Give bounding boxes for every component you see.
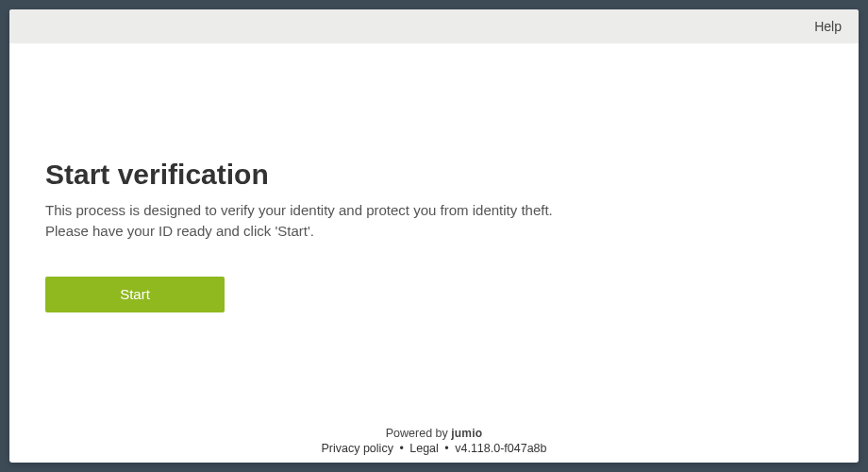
main-content: Start verification This process is desig… bbox=[9, 43, 859, 427]
help-link[interactable]: Help bbox=[814, 19, 842, 34]
separator: • bbox=[399, 442, 403, 455]
powered-by-prefix: Powered by bbox=[386, 427, 451, 440]
description: This process is designed to verify your … bbox=[45, 200, 823, 243]
description-line-1: This process is designed to verify your … bbox=[45, 200, 823, 222]
start-button[interactable]: Start bbox=[45, 277, 225, 312]
footer-links: Privacy policy • Legal • v4.118.0-f047a8… bbox=[9, 442, 859, 455]
verification-card: Help Start verification This process is … bbox=[9, 9, 859, 463]
powered-by: Powered by jumio bbox=[9, 427, 859, 440]
top-bar: Help bbox=[9, 9, 859, 43]
page-title: Start verification bbox=[45, 159, 823, 191]
version-label: v4.118.0-f047a8b bbox=[455, 442, 546, 455]
brand-name: jumio bbox=[451, 427, 482, 440]
legal-link[interactable]: Legal bbox=[409, 442, 439, 455]
privacy-policy-link[interactable]: Privacy policy bbox=[321, 442, 392, 455]
separator: • bbox=[444, 442, 448, 455]
footer: Powered by jumio Privacy policy • Legal … bbox=[9, 427, 859, 463]
description-line-2: Please have your ID ready and click 'Sta… bbox=[45, 221, 823, 243]
